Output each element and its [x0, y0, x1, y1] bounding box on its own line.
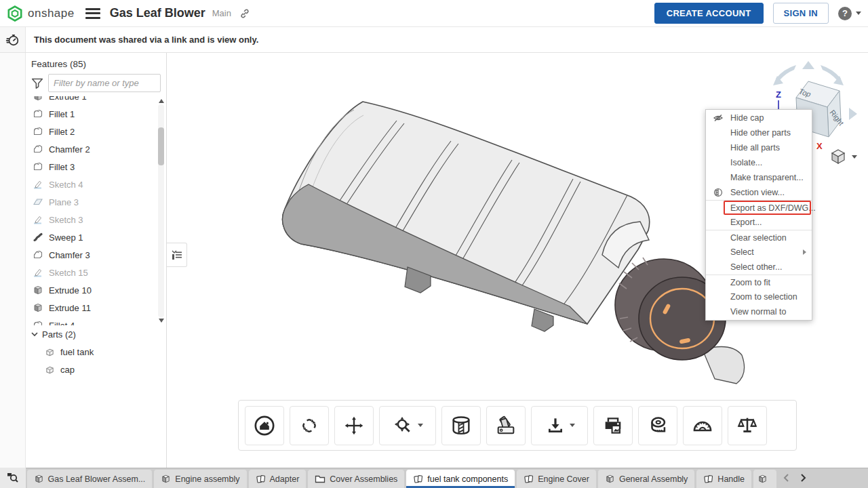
scroll-up-icon[interactable]	[159, 99, 164, 103]
chevron-down-icon[interactable]	[570, 424, 575, 427]
feature-row[interactable]: Extrude 11	[26, 299, 156, 317]
model-canvas[interactable]: Top Right Z X Hide cap	[167, 53, 868, 468]
part-studio-icon	[524, 474, 534, 484]
tab-fuel-tank-components[interactable]: fuel tank components	[406, 470, 515, 488]
sign-in-button[interactable]: SIGN IN	[773, 3, 829, 24]
document-title: Gas Leaf Blower	[110, 6, 205, 20]
scroll-down-icon[interactable]	[159, 319, 164, 323]
fillet-icon	[33, 320, 43, 325]
tabs-prev-button[interactable]	[777, 468, 795, 488]
feature-row[interactable]: Chamfer 3	[26, 246, 156, 264]
x-axis-label: X	[816, 141, 823, 151]
zoom-view-button[interactable]	[379, 406, 436, 445]
plane-icon	[33, 197, 43, 207]
feature-row[interactable]: Chamfer 2	[26, 140, 156, 158]
protractor-button[interactable]	[683, 406, 722, 445]
orbit-icon	[298, 415, 320, 436]
feature-row[interactable]: Fillet 4	[26, 317, 156, 325]
feature-row[interactable]: Fillet 2	[26, 123, 156, 140]
menu-item-export[interactable]: Export...	[706, 215, 812, 230]
part-icon	[45, 347, 55, 357]
rotate-view-button[interactable]	[290, 406, 329, 445]
scrollbar-track[interactable]	[158, 104, 164, 317]
onshape-logo-text: onshape	[28, 7, 75, 20]
hamburger-menu-button[interactable]	[85, 7, 100, 20]
measure-button[interactable]	[638, 406, 677, 445]
feature-row[interactable]: Extrude 10	[26, 281, 156, 299]
feature-row[interactable]: Extrude 1	[26, 96, 156, 105]
view-toolbar	[238, 400, 797, 451]
feature-scrollbar[interactable]	[157, 98, 165, 324]
eye-slash-icon	[713, 113, 724, 123]
view-options-button[interactable]	[829, 148, 857, 165]
tab-engine-cover[interactable]: Engine Cover	[517, 470, 596, 488]
onshape-logo[interactable]: onshape	[7, 5, 75, 22]
section-view-icon	[713, 187, 724, 198]
part-studio-icon	[703, 474, 713, 484]
menu-item-export-as-dxf-dwg[interactable]: Export as DXF/DWG...	[706, 200, 812, 215]
feature-row[interactable]: Sketch 3	[26, 211, 156, 228]
menu-item-select[interactable]: Select	[706, 245, 812, 260]
feature-row[interactable]: Fillet 1	[26, 105, 156, 123]
folder-icon	[315, 474, 326, 484]
tab-gas-leaf-blower-assembly[interactable]: Gas Leaf Blower Assem...	[27, 470, 153, 488]
top-bar: onshape Gas Leaf Blower Main CREATE ACCO…	[0, 0, 868, 27]
pan-view-button[interactable]	[334, 406, 374, 445]
z-axis-label: Z	[776, 89, 781, 100]
feature-tree-toggle[interactable]	[167, 243, 187, 267]
assembly-icon	[605, 474, 615, 484]
feature-row[interactable]: Sketch 4	[26, 176, 156, 193]
assembly-icon	[757, 474, 768, 484]
home-view-button[interactable]	[245, 406, 284, 445]
menu-item-hide-cap[interactable]: Hide cap	[706, 110, 812, 125]
feature-row[interactable]: Plane 3	[26, 193, 156, 211]
feature-row[interactable]: Fillet 3	[26, 158, 156, 176]
tabs-next-button[interactable]	[795, 468, 812, 488]
notice-row: This document was shared via a link and …	[0, 27, 868, 53]
share-link-icon[interactable]	[239, 8, 250, 19]
create-account-button[interactable]: CREATE ACCOUNT	[654, 3, 764, 24]
menu-item-make-transparent[interactable]: Make transparent...	[706, 170, 812, 185]
menu-item-hide-other-parts[interactable]: Hide other parts	[706, 125, 812, 140]
tab-cover-assemblies[interactable]: Cover Assemblies	[308, 470, 404, 488]
protractor-icon	[691, 414, 714, 437]
feature-row[interactable]: Sketch 15	[26, 264, 156, 281]
history-rail-cell[interactable]	[0, 27, 26, 52]
tab-engine-assembly[interactable]: Engine assembly	[154, 470, 246, 488]
menu-item-hide-all-parts[interactable]: Hide all parts	[706, 140, 812, 155]
parts-section-header[interactable]: Parts (2)	[26, 325, 166, 343]
branch-label[interactable]: Main	[212, 8, 231, 18]
menu-item-isolate[interactable]: Isolate...	[706, 155, 812, 170]
feature-list: Extrude 1 Fillet 1 Fillet 2 Chamfer 2 Fi…	[26, 96, 166, 325]
zoom-icon	[393, 415, 414, 436]
menu-item-select-other[interactable]: Select other...	[706, 260, 812, 274]
menu-item-view-normal-to[interactable]: View normal to	[706, 304, 812, 319]
mass-properties-button[interactable]	[728, 406, 767, 445]
menu-item-clear-selection[interactable]: Clear selection	[706, 230, 812, 245]
scrollbar-thumb[interactable]	[158, 127, 164, 165]
part-row-fuel-tank[interactable]: fuel tank	[26, 343, 166, 361]
help-menu-button[interactable]: ?	[838, 7, 861, 20]
tab-adapter[interactable]: Adapter	[249, 470, 307, 488]
tab-partial[interactable]	[753, 470, 776, 488]
menu-item-zoom-to-selection[interactable]: Zoom to selection	[706, 289, 812, 304]
filter-funnel-icon[interactable]	[30, 76, 45, 91]
tab-search-button[interactable]	[0, 468, 26, 488]
section-view-button[interactable]	[441, 406, 481, 445]
tab-general-assembly[interactable]: General Assembly	[598, 470, 694, 488]
home-icon	[253, 414, 276, 437]
print-image-button[interactable]	[593, 406, 633, 445]
menu-item-zoom-to-fit[interactable]: Zoom to fit	[706, 274, 812, 289]
feature-row[interactable]: Sweep 1	[26, 228, 156, 246]
appearance-button[interactable]	[486, 406, 526, 445]
feature-filter-input[interactable]	[48, 74, 161, 92]
assembly-icon	[34, 474, 44, 484]
chevron-down-icon[interactable]	[418, 424, 423, 427]
menu-item-section-view[interactable]: Section view...	[706, 185, 812, 200]
part-row-cap[interactable]: cap	[26, 361, 166, 378]
export-download-button[interactable]	[531, 406, 588, 445]
tab-handle[interactable]: Handle	[696, 470, 751, 488]
chevron-left-icon	[783, 473, 789, 483]
chamfer-icon	[33, 144, 43, 155]
fuel-tank-model[interactable]	[269, 80, 750, 385]
